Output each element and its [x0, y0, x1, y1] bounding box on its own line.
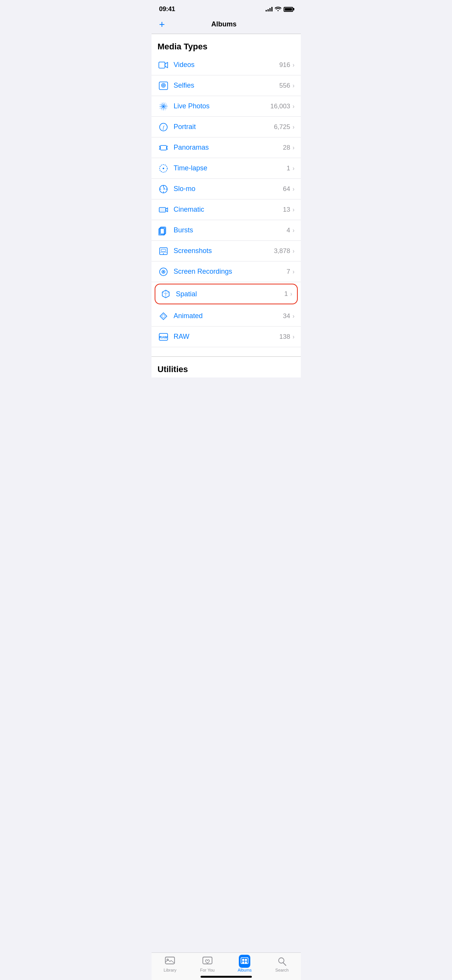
slo-mo-label: Slo-mo	[174, 185, 283, 193]
svg-rect-0	[159, 62, 165, 68]
svg-point-19	[163, 253, 163, 254]
time-lapse-chevron: ›	[292, 165, 294, 172]
screen-recordings-icon	[158, 266, 169, 278]
svg-point-34	[279, 958, 284, 963]
animated-label: Animated	[174, 312, 283, 320]
live-photos-icon	[158, 101, 169, 112]
animated-icon	[158, 310, 169, 322]
videos-label: Videos	[174, 61, 279, 69]
screenshots-chevron: ›	[292, 248, 294, 255]
live-photos-count: 16,003	[270, 103, 290, 110]
animated-count: 34	[283, 312, 290, 320]
media-types-header: Media Types	[152, 34, 301, 55]
cinematic-chevron: ›	[292, 206, 294, 213]
list-item-screenshots[interactable]: Screenshots 3,878 ›	[152, 241, 301, 261]
videos-count: 916	[279, 61, 290, 69]
list-item-slo-mo[interactable]: Slo-mo 64 ›	[152, 179, 301, 199]
wifi-icon	[275, 6, 281, 12]
albums-tab-icon	[239, 956, 250, 967]
videos-chevron: ›	[292, 62, 294, 69]
tab-for-you[interactable]: For You	[194, 956, 221, 972]
animated-chevron: ›	[292, 313, 294, 320]
status-icons	[266, 6, 293, 12]
list-item-raw[interactable]: RAW RAW 138 ›	[152, 327, 301, 347]
raw-count: 138	[279, 333, 290, 341]
selfies-count: 556	[279, 82, 290, 90]
live-photos-label: Live Photos	[174, 102, 271, 110]
bursts-count: 4	[287, 227, 290, 234]
list-item-bursts[interactable]: Bursts 4 ›	[152, 220, 301, 241]
screen-recordings-count: 7	[287, 268, 290, 276]
page-title: Albums	[211, 20, 237, 28]
portrait-icon: f	[158, 121, 169, 133]
slo-mo-icon	[158, 183, 169, 195]
search-tab-icon	[276, 956, 288, 967]
bursts-chevron: ›	[292, 227, 294, 234]
svg-point-5	[163, 106, 164, 107]
status-time: 09:41	[159, 5, 175, 13]
svg-text:f: f	[163, 124, 165, 130]
list-item-time-lapse[interactable]: Time-lapse 1 ›	[152, 158, 301, 179]
list-item-cinematic[interactable]: Cinematic 13 ›	[152, 199, 301, 220]
cinematic-icon	[158, 204, 169, 216]
selfies-chevron: ›	[292, 82, 294, 89]
panoramas-icon	[158, 142, 169, 154]
live-photos-chevron: ›	[292, 103, 294, 110]
list-item-portrait[interactable]: f Portrait 6,725 ›	[152, 117, 301, 137]
signal-icon	[266, 7, 273, 11]
svg-point-12	[163, 168, 164, 169]
home-indicator	[201, 976, 252, 978]
svg-point-3	[163, 85, 164, 86]
add-button[interactable]: +	[158, 19, 166, 29]
battery-icon	[284, 7, 293, 12]
list-item-videos[interactable]: Videos 916 ›	[152, 55, 301, 75]
spatial-icon	[160, 288, 171, 300]
library-tab-icon	[164, 956, 176, 967]
screen-recordings-chevron: ›	[292, 268, 294, 275]
tab-search[interactable]: Search	[269, 956, 295, 972]
slo-mo-count: 64	[283, 185, 290, 193]
for-you-tab-label: For You	[200, 968, 215, 972]
utilities-section: Utilities	[152, 356, 301, 377]
content-area: Media Types Videos 916 ›	[152, 34, 301, 377]
library-tab-label: Library	[163, 968, 176, 972]
svg-rect-14	[159, 207, 166, 212]
svg-rect-1	[159, 82, 168, 90]
list-item-panoramas[interactable]: Panoramas 28 ›	[152, 137, 301, 158]
time-lapse-count: 1	[287, 165, 290, 172]
tab-albums[interactable]: Albums	[231, 956, 258, 972]
list-item-live-photos[interactable]: Live Photos 16,003 ›	[152, 96, 301, 117]
svg-rect-33	[245, 962, 247, 964]
svg-rect-20	[161, 249, 166, 252]
status-bar: 09:41	[152, 0, 301, 16]
screenshots-label: Screenshots	[174, 247, 274, 255]
spatial-chevron: ›	[290, 291, 292, 297]
spatial-label: Spatial	[176, 290, 284, 298]
search-tab-label: Search	[275, 968, 289, 972]
bursts-label: Bursts	[174, 226, 287, 234]
utilities-title: Utilities	[158, 364, 188, 374]
spatial-count: 1	[284, 290, 288, 298]
list-item-selfies[interactable]: Selfies 556 ›	[152, 75, 301, 96]
list-item-screen-recordings[interactable]: Screen Recordings 7 ›	[152, 261, 301, 282]
portrait-chevron: ›	[292, 124, 294, 131]
svg-rect-10	[160, 145, 166, 150]
time-lapse-label: Time-lapse	[174, 164, 287, 172]
svg-rect-26	[165, 957, 175, 964]
selfies-icon	[158, 80, 169, 91]
media-types-title: Media Types	[158, 42, 207, 51]
svg-point-23	[163, 271, 164, 273]
svg-rect-30	[242, 959, 245, 961]
raw-icon: RAW	[158, 331, 169, 343]
svg-rect-31	[245, 959, 247, 961]
cinematic-count: 13	[283, 206, 290, 214]
bursts-icon	[158, 225, 169, 236]
tab-library[interactable]: Library	[157, 956, 183, 972]
portrait-label: Portrait	[174, 123, 274, 131]
screenshots-icon	[158, 245, 169, 257]
list-item-animated[interactable]: Animated 34 ›	[152, 306, 301, 327]
svg-text:RAW: RAW	[159, 335, 168, 339]
selfies-label: Selfies	[174, 82, 279, 90]
nav-bar: + Albums	[152, 16, 301, 34]
list-item-spatial[interactable]: Spatial 1 ›	[155, 284, 298, 304]
